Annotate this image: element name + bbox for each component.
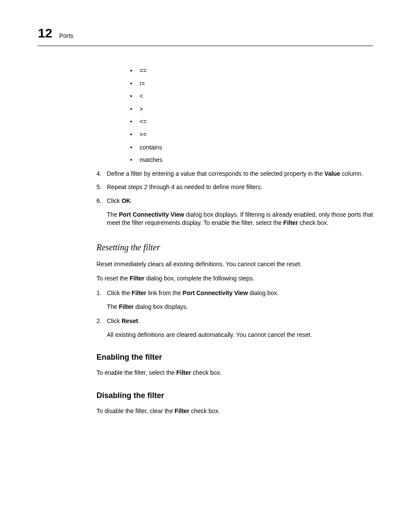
step-number: 4. [97,170,107,178]
operator-list: == != < > <= >= contains matches [130,67,373,165]
bold-term: Filter [130,275,144,282]
text-segment: To disable the filter, clear the [97,408,174,414]
text-segment: Define a filter by entering a value that… [107,170,324,177]
text-segment: Click [107,197,121,204]
text-segment: Click [107,317,121,324]
operator-item: contains [130,143,373,152]
text-segment: check box. [190,408,220,414]
reset-step-2: 2. Click Reset. [97,317,373,326]
page-content: == != < > <= >= contains matches 4. Defi… [97,67,373,416]
operator-item: > [130,105,373,114]
operator-item: >= [130,131,373,139]
heading-disabling: Disabling the filter [97,390,373,401]
text-segment: The [107,303,119,310]
reset-step-2-result: All existing definitions are cleared aut… [107,331,373,339]
step-5: 5. Repeat steps 2 through 4 as needed to… [97,183,373,192]
text-segment: check box. [298,219,329,226]
text-segment: link from the [146,289,183,296]
text-segment: dialog box, complete the following steps… [144,275,254,282]
step-number: 5. [97,183,107,192]
text-segment: check box. [191,369,221,376]
operator-item: == [130,67,373,75]
bold-term: Filter [119,303,134,310]
bold-term: Port Connectivity View [183,289,248,296]
operator-item: < [130,92,373,101]
bold-term: Port Connectivity View [119,211,184,218]
text-segment: The [107,211,119,218]
chapter-title: Ports [59,32,73,42]
operator-item: matches [130,156,373,165]
text-segment: . [131,197,132,204]
step-text: Click OK. [107,197,373,205]
page-header: 12 Ports [38,24,373,46]
heading-resetting: Resetting the filter [97,241,373,253]
enabling-para: To enable the filter, select the Filter … [97,369,373,377]
chapter-number: 12 [38,24,52,42]
bold-term: Filter [283,219,298,226]
text-segment: . [138,317,140,324]
resetting-para2: To reset the Filter dialog box, complete… [97,274,373,283]
step-text: Repeat steps 2 through 4 as needed to de… [107,183,373,192]
operator-item: != [130,80,373,88]
step-text: Click the Filter link from the Port Conn… [107,289,373,298]
bold-term: Value [324,170,340,177]
bold-term: OK [121,197,131,204]
text-segment: column. [340,170,363,177]
text-segment: Click the [107,289,132,296]
step-text: Click Reset. [107,317,373,326]
step-number: 1. [97,289,107,298]
step-6: 6. Click OK. [97,197,373,205]
bold-term: Filter [174,408,189,414]
bold-term: Filter [176,369,191,376]
text-segment: dialog box displays. [134,303,188,310]
resetting-para1: Reset immediately clears all existing de… [97,260,373,269]
bold-term: Reset [121,317,138,324]
step-text: Define a filter by entering a value that… [107,170,373,178]
text-segment: dialog box. [248,289,279,296]
reset-step-1-result: The Filter dialog box displays. [107,303,373,311]
reset-step-1: 1. Click the Filter link from the Port C… [97,289,373,298]
step-number: 2. [97,317,107,326]
text-segment: To enable the filter, select the [97,369,176,376]
heading-enabling: Enabling the filter [97,352,373,363]
operator-item: <= [130,118,373,126]
disabling-para: To disable the filter, clear the Filter … [97,407,373,416]
bold-term: Filter [132,289,146,296]
text-segment: To reset the [97,275,130,282]
step-number: 6. [97,197,107,205]
step-4: 4. Define a filter by entering a value t… [97,170,373,178]
step-6-result: The Port Connectivity View dialog box di… [107,211,373,227]
